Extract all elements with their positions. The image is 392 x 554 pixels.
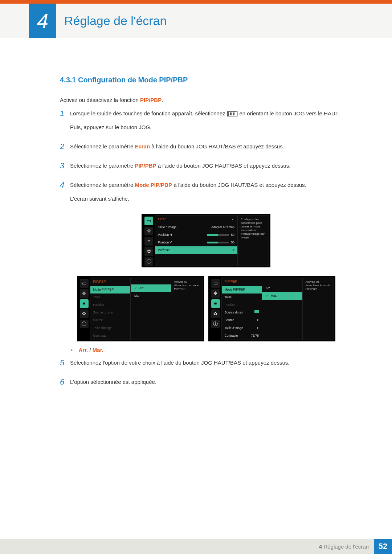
chevron-right-icon: ▸	[233, 248, 234, 253]
step-number: 5	[60, 358, 70, 367]
info-icon: ⓘ	[211, 320, 220, 328]
intro-text: Activez ou désactivez la fonction PIP/PB…	[60, 96, 352, 104]
step-list: 1 Lorsque le Guide des touches de foncti…	[60, 109, 352, 208]
list-icon: ≡	[80, 299, 89, 308]
osd-screenshot-ecran: ▭ ✥ ≡ ✿ ⓘ Ecran▴ Taille d'imageAdapter à…	[142, 214, 270, 267]
picture-icon: ▭	[80, 279, 89, 288]
gear-icon: ✿	[80, 309, 89, 318]
menu-icon	[228, 111, 236, 116]
check-icon: ✔	[134, 286, 137, 291]
step-list-cont: 5 Sélectionnez l'option de votre choix à…	[60, 358, 352, 391]
osd-pair: ▭ ✥ ≡ ✿ ⓘ PIP/PBP Mode PIP/PBP Taille Po…	[60, 276, 352, 341]
step-number: 6	[60, 378, 70, 386]
osd-hint: Configurez les paramètres pour utiliser …	[238, 216, 269, 266]
chapter-header: 4 Réglage de l'écran	[0, 4, 392, 38]
footer-chapter-title: Réglage de l'écran	[323, 543, 369, 550]
osd-title: Ecran	[158, 217, 167, 221]
section-title: Configuration de Mode PIP/PBP	[78, 76, 188, 84]
step-number: 1	[60, 109, 70, 118]
move-icon: ✥	[144, 227, 153, 235]
slider-icon	[207, 242, 229, 243]
check-icon: ✔	[266, 294, 269, 298]
slider-icon	[207, 234, 229, 236]
page-number: 52	[374, 539, 392, 554]
section-number: 4.3.1	[60, 76, 76, 84]
osd-screenshot-arr: ▭ ✥ ≡ ✿ ⓘ PIP/PBP Mode PIP/PBP Taille Po…	[77, 276, 204, 341]
box-icon	[254, 310, 259, 313]
arrow-up-icon: ▴	[232, 217, 234, 222]
info-icon: ⓘ	[144, 257, 153, 266]
step-number: 4	[60, 181, 70, 189]
option-bullet: • Arr. / Mar.	[71, 346, 352, 354]
osd-hint: Activez ou désactivez le mode PIP/PBP.	[171, 278, 202, 340]
step-number: 2	[60, 142, 70, 151]
osd-screenshot-mar: ▭ ✥ ≡ ✿ ⓘ PIP/PBP Mode PIP/PBP Taille Po…	[208, 276, 335, 341]
ecran-term: Ecran	[135, 143, 150, 149]
chapter-title: Réglage de l'écran	[56, 4, 167, 38]
step-number: 3	[60, 161, 70, 170]
chevron-right-icon: ▸	[257, 326, 259, 331]
mar-option: Mar.	[93, 347, 103, 353]
move-icon: ✥	[80, 289, 89, 298]
osd-title: PIP/PBP	[90, 278, 131, 286]
move-icon: ✥	[211, 289, 220, 298]
info-icon: ⓘ	[80, 320, 89, 328]
pippbp-term: PIP/PBP	[135, 163, 156, 169]
chevron-right-icon: ▸	[257, 318, 259, 323]
gear-icon: ✿	[211, 309, 220, 318]
mode-pippbp-term: Mode PIP/PBP	[135, 182, 172, 188]
page-content: 4.3.1 Configuration de Mode PIP/PBP Acti…	[0, 38, 392, 391]
list-icon: ≡	[144, 237, 153, 246]
pip-pbp-term: PIP/PBP	[140, 97, 162, 103]
page-footer: 4 Réglage de l'écran 52	[0, 539, 392, 554]
osd-title: PIP/PBP	[222, 278, 262, 286]
section-heading: 4.3.1 Configuration de Mode PIP/PBP	[60, 74, 352, 86]
gear-icon: ✿	[144, 247, 153, 256]
chapter-number: 4	[37, 9, 48, 33]
list-icon: ≡	[211, 299, 220, 308]
picture-icon: ▭	[144, 217, 153, 225]
picture-icon: ▭	[211, 279, 220, 288]
footer-chapter-num: 4	[319, 543, 324, 550]
bullet-icon: •	[71, 347, 73, 353]
osd-hint: Activez ou désactivez le mode PIP/PBP.	[303, 278, 334, 340]
arr-option: Arr.	[78, 347, 88, 353]
top-accent-bar	[0, 0, 392, 4]
chapter-number-box: 4	[29, 4, 56, 38]
